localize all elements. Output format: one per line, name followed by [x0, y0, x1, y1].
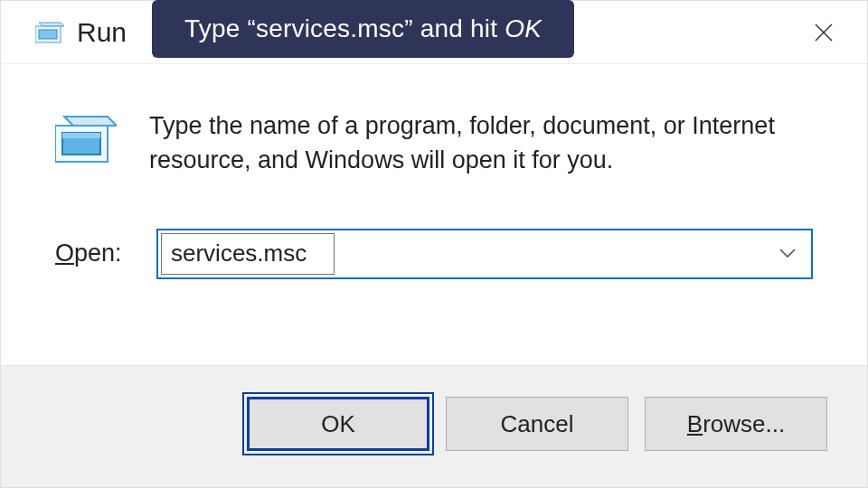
open-label: Open:: [55, 239, 156, 267]
svg-rect-2: [39, 30, 57, 39]
svg-rect-8: [62, 133, 100, 138]
open-combobox[interactable]: services.msc: [156, 229, 813, 279]
close-button[interactable]: [806, 14, 842, 51]
run-icon-large: [55, 115, 117, 171]
chevron-down-icon[interactable]: [778, 246, 797, 262]
button-bar: OK Cancel Browse...: [1, 365, 867, 487]
browse-button[interactable]: Browse...: [645, 397, 827, 451]
open-input[interactable]: services.msc: [161, 233, 335, 275]
svg-marker-0: [39, 23, 64, 26]
instruction-tooltip: Type “services.msc” and hit OK: [152, 0, 574, 58]
run-dialog: Run Type the name of a program, folder, …: [0, 0, 868, 488]
content-area: Type the name of a program, folder, docu…: [1, 64, 867, 365]
description-text: Type the name of a program, folder, docu…: [149, 109, 800, 178]
cancel-button[interactable]: Cancel: [446, 397, 628, 451]
window-title: Run: [77, 17, 127, 48]
ok-button[interactable]: OK: [247, 397, 429, 451]
run-icon-small: [35, 21, 64, 44]
svg-marker-5: [64, 117, 117, 126]
close-icon: [813, 22, 835, 43]
